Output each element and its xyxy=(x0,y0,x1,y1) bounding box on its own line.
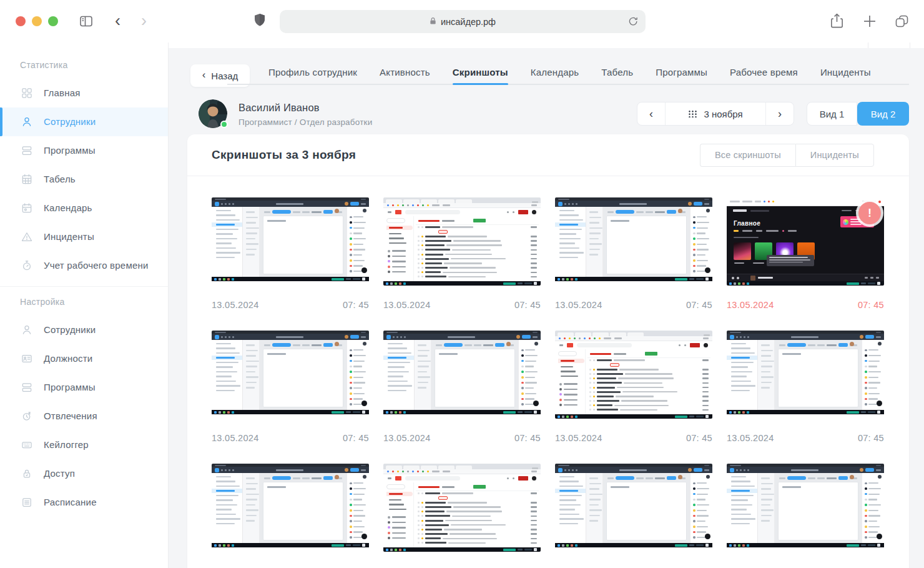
employee-profile: Василий Иванов Программист / Отдел разра… xyxy=(199,99,372,128)
plus-icon[interactable] xyxy=(863,14,877,31)
sidebar-item-табель[interactable]: Табель xyxy=(0,165,168,194)
sidebar-item-учет-рабочего-времени[interactable]: Учет рабочего времени xyxy=(0,251,168,280)
lock-icon xyxy=(20,467,34,481)
sidebar-item-label: Инциденты xyxy=(44,230,94,244)
screenshot-card: 13.05.2024 07: 45 xyxy=(555,464,712,568)
screenshot-date: 13.05.2024 xyxy=(383,300,431,310)
view-1-button[interactable]: Вид 1 xyxy=(807,102,857,126)
sidebar-item-должности[interactable]: Должности xyxy=(0,344,168,373)
screenshot-card: 13.05.2024 07: 45 xyxy=(555,331,712,443)
screenshot-date: 13.05.2024 xyxy=(212,300,259,310)
sidebar-item-label: Должности xyxy=(44,352,92,366)
sidebar-item-label: Кейлоггер xyxy=(44,438,89,452)
sidebar-item-label: Доступ xyxy=(44,467,75,481)
tab-профиль-сотрудник[interactable]: Профиль сотрудник xyxy=(268,61,357,84)
screenshot-thumbnail-gmail[interactable] xyxy=(383,464,541,552)
screenshot-thumbnail-taskapp[interactable] xyxy=(727,464,884,552)
sidebar-item-label: Главная xyxy=(44,86,81,100)
keyboard-icon xyxy=(20,438,34,452)
screenshot-thumbnail-taskapp[interactable] xyxy=(383,331,541,419)
sidebar-item-label: Программы xyxy=(44,144,96,157)
prev-day-button[interactable]: ‹ xyxy=(637,102,665,125)
screenshot-time: 07: 45 xyxy=(686,300,712,310)
screenshot-time: 07: 45 xyxy=(686,433,712,443)
next-day-button[interactable]: › xyxy=(766,102,794,125)
screenshots-panel: Скриншоты за 3 ноября Все скриншоты Инци… xyxy=(187,134,909,568)
sidebar-item-отвлечения[interactable]: Отвлечения xyxy=(0,402,168,431)
sidebar-item-сотрудники[interactable]: Сотрудники xyxy=(0,316,168,344)
sidebar-item-расписание[interactable]: Расписание xyxy=(0,488,168,517)
screenshot-card: 13.05.2024 07: 45 xyxy=(212,464,369,568)
url-text: инсайдер.рф xyxy=(441,17,496,27)
sidebar-item-программы[interactable]: Программы xyxy=(0,373,168,402)
avatar xyxy=(199,99,227,128)
screenshot-time: 07: 45 xyxy=(858,300,884,310)
filter-incidents[interactable]: Инциденты xyxy=(795,144,874,167)
screenshot-thumbnail-gmail[interactable] xyxy=(383,197,541,286)
page-header-remnant xyxy=(169,42,924,48)
sidebar-item-label: Табель xyxy=(44,172,76,186)
reload-icon[interactable] xyxy=(627,15,639,29)
back-icon[interactable]: ‹ xyxy=(115,12,120,29)
screenshot-date: 13.05.2024 xyxy=(212,433,259,443)
tab-календарь[interactable]: Календарь xyxy=(531,61,579,84)
tab-рабочее-время[interactable]: Рабочее время xyxy=(730,61,798,84)
sidebar-item-календарь[interactable]: Календарь xyxy=(0,194,168,222)
screenshot-date: 13.05.2024 xyxy=(727,300,774,310)
filter-all-screenshots[interactable]: Все скриншоты xyxy=(700,144,795,167)
calendar-icon xyxy=(20,201,34,215)
sidebar-item-главная[interactable]: Главная xyxy=(0,79,168,107)
sidebar-item-инциденты[interactable]: Инциденты xyxy=(0,222,168,251)
employee-name: Василий Иванов xyxy=(238,102,372,114)
music-heading: Главное xyxy=(734,220,760,227)
sidebar-item-сотрудники[interactable]: Сотрудники xyxy=(0,107,168,136)
screenshot-thumbnail-taskapp[interactable] xyxy=(212,331,369,419)
stopwatch-icon xyxy=(20,259,34,272)
screenshot-thumbnail-taskapp[interactable] xyxy=(212,197,369,286)
sidebar-item-доступ[interactable]: Доступ xyxy=(0,459,168,488)
screenshot-thumbnail-taskapp[interactable] xyxy=(727,331,884,419)
sidebar-item-label: Сотрудники xyxy=(44,115,96,129)
screenshot-card: 13.05.2024 07: 45 xyxy=(212,197,369,310)
forward-icon[interactable]: › xyxy=(141,12,147,29)
screenshot-thumbnail-taskapp[interactable] xyxy=(212,464,369,552)
online-status-dot xyxy=(220,121,228,128)
tab-программы[interactable]: Программы xyxy=(656,61,707,84)
id-card-icon xyxy=(20,352,34,366)
sidebar-item-label: Календарь xyxy=(44,201,92,215)
timesheet-icon xyxy=(20,172,34,186)
sidebar-item-label: Сотрудники xyxy=(44,323,96,337)
screenshot-time: 07: 45 xyxy=(858,433,884,443)
sidebar-toggle-icon[interactable] xyxy=(79,14,94,31)
date-label: 3 ноября xyxy=(704,109,742,119)
screenshot-date: 13.05.2024 xyxy=(727,433,774,443)
shield-icon[interactable] xyxy=(253,12,266,32)
share-icon[interactable] xyxy=(830,12,844,32)
sidebar-section-label: Настройка xyxy=(20,297,168,307)
screenshot-thumbnail-gmail[interactable] xyxy=(555,331,712,419)
close-window-button[interactable] xyxy=(16,16,26,26)
view-2-button[interactable]: Вид 2 xyxy=(857,102,909,126)
zoom-window-button[interactable] xyxy=(48,16,58,26)
tabs-icon[interactable] xyxy=(894,14,910,31)
tab-скриншоты[interactable]: Скриншоты xyxy=(453,61,508,84)
address-bar[interactable]: инсайдер.рф xyxy=(280,10,646,33)
section-tabs: Профиль сотрудникАктивностьСкриншотыКале… xyxy=(227,61,909,85)
minimize-window-button[interactable] xyxy=(32,16,42,26)
screenshot-thumbnail-taskapp[interactable] xyxy=(555,464,712,552)
screenshot-time: 07: 45 xyxy=(514,300,541,310)
tab-табель[interactable]: Табель xyxy=(601,61,633,84)
date-picker[interactable]: 3 ноября xyxy=(665,102,766,125)
screenshot-time: 07: 45 xyxy=(343,433,369,443)
sidebar-item-программы[interactable]: Программы xyxy=(0,136,168,165)
tab-активность[interactable]: Активность xyxy=(380,61,430,84)
sidebar-item-кейлоггер[interactable]: Кейлоггер xyxy=(0,431,168,459)
screenshot-card: 13.05.2024 07: 45 xyxy=(383,197,541,310)
window-controls[interactable] xyxy=(16,16,58,26)
panel-title: Скриншоты за 3 ноября xyxy=(212,148,700,162)
tab-инциденты[interactable]: Инциденты xyxy=(820,61,871,84)
screenshot-thumbnail-taskapp[interactable] xyxy=(555,197,712,286)
sidebar-item-label: Расписание xyxy=(44,496,97,509)
screenshot-date: 13.05.2024 xyxy=(555,433,602,443)
user-icon xyxy=(20,323,34,337)
